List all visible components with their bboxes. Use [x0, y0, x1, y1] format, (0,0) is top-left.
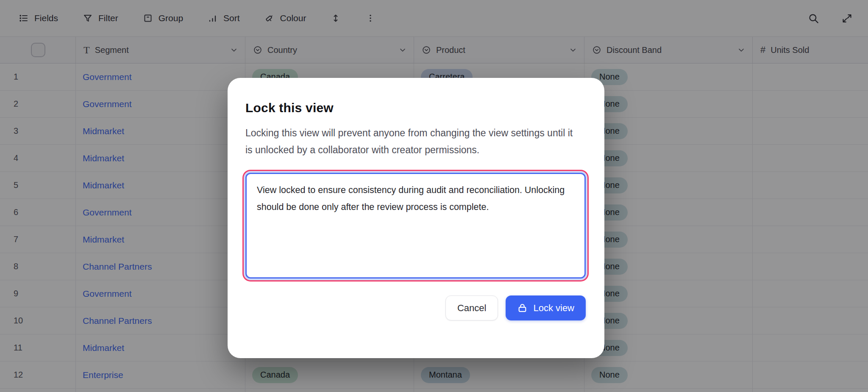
lock-view-button[interactable]: Lock view: [506, 295, 586, 320]
lock-view-label: Lock view: [533, 303, 574, 314]
dialog-description: Locking this view will prevent anyone fr…: [245, 124, 574, 158]
dialog-title: Lock this view: [245, 101, 586, 115]
dialog-footer: Cancel Lock view: [245, 295, 586, 320]
lock-icon: [517, 303, 528, 313]
lock-view-dialog: Lock this view Locking this view will pr…: [228, 78, 604, 358]
lock-reason-textarea[interactable]: View locked to ensure consistency during…: [245, 173, 586, 279]
cancel-button[interactable]: Cancel: [445, 295, 498, 320]
